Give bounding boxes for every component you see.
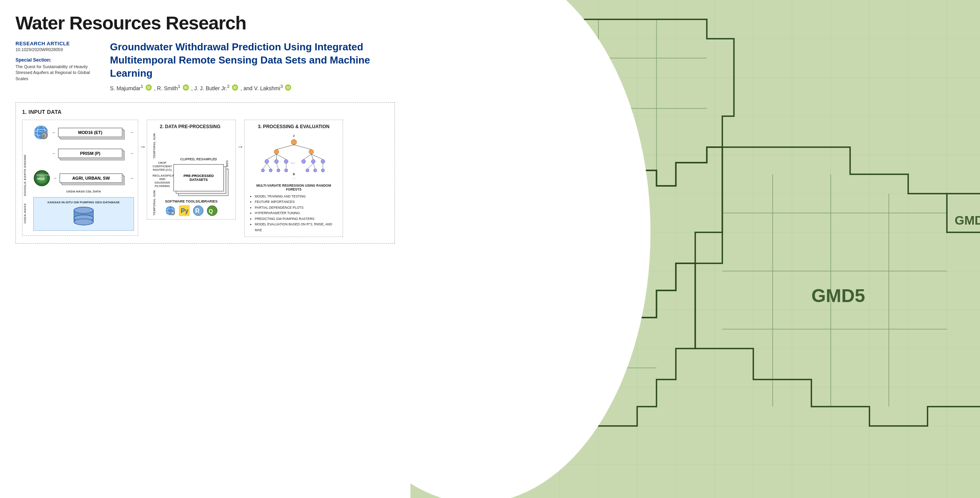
- mod16-stack: MOD16 (ET): [58, 128, 122, 137]
- svg-text:x: x: [293, 134, 295, 138]
- python-icon: Py: [179, 205, 190, 216]
- kansas-db-section: KANSAS IN-SITU GW PUMPING GEO-DATABASE: [33, 197, 134, 231]
- svg-point-23: [172, 212, 174, 214]
- svg-text:y: y: [293, 177, 295, 179]
- eval-item-2: FEATURE IMPORTANCES: [255, 199, 338, 204]
- svg-line-39: [267, 154, 276, 160]
- special-section-text: The Quest for Sustainability of Heavily …: [15, 64, 101, 82]
- svg-text:NASS: NASS: [37, 177, 45, 180]
- svg-point-18: [74, 219, 93, 225]
- section2-title: 2. DATA PRE-PROCESSING: [153, 124, 228, 129]
- section3-title: 3. PROCESSING & EVALUATION: [249, 124, 338, 129]
- rf-title-label: MULTI-VARIATE REGRESSION USING RANDOM FO…: [249, 184, 338, 191]
- svg-text:...: ...: [290, 158, 295, 165]
- svg-point-44: [321, 160, 325, 163]
- clipped-resampled-label: CLIPPED, RESAMPLED: [180, 157, 217, 161]
- svg-point-31: [291, 139, 297, 145]
- svg-point-50: [269, 169, 272, 172]
- svg-point-49: [261, 169, 264, 172]
- eval-item-3: PARTIAL DEPENDENCE PLOTS: [255, 205, 338, 210]
- section-1-input-data: GOOGLE EARTH ENGINE ⚙: [22, 120, 138, 236]
- article-meta: RESEARCH ARTICLE 10.1029/2020WR028059 Sp…: [15, 41, 101, 82]
- random-forest-diagram: x: [249, 132, 338, 180]
- usda-icon: NASS AGRICULTURE: [33, 170, 50, 187]
- qgis-icon: Q: [207, 205, 218, 216]
- author-text: S. Majumdar1: [110, 84, 143, 91]
- gmd5-label: GMD5: [812, 285, 865, 306]
- section-2-preprocessing: 2. DATA PRE-PROCESSING TEMPORAL SUM CROP…: [147, 120, 236, 220]
- doi: 10.1029/2020WR028059: [15, 47, 101, 52]
- r-icon: R: [193, 205, 204, 216]
- svg-point-42: [302, 160, 305, 163]
- agri-stack: AGRI, URBAN, SW: [60, 173, 122, 183]
- article-type: RESEARCH ARTICLE: [15, 41, 101, 46]
- svg-point-36: [265, 160, 269, 163]
- author-text-2: , R. Smith1: [154, 84, 180, 91]
- right-panel: GMD4 D1 GMD3 GMD5 GMD: [410, 0, 980, 498]
- prism-box: PRISM (P): [58, 149, 122, 158]
- google-earth-label: GOOGLE EARTH ENGINE: [23, 155, 27, 196]
- svg-point-51: [277, 169, 280, 172]
- software-section: SOFTWARE TOOLS/LIBRARIES: [147, 199, 235, 216]
- svg-line-57: [267, 163, 271, 169]
- svg-point-53: [306, 169, 309, 172]
- svg-point-16: [74, 207, 93, 213]
- header-section: RESEARCH ARTICLE 10.1029/2020WR028059 Sp…: [15, 41, 395, 91]
- gee-mod16-row: ⚙ → MOD16 (ET) →: [33, 125, 134, 140]
- svg-point-33: [309, 149, 314, 154]
- kansas-db-label: KANSAS IN-SITU GW PUMPING GEO-DATABASE: [37, 201, 130, 204]
- svg-point-38: [284, 160, 288, 163]
- svg-text:Q: Q: [209, 208, 213, 214]
- orcid-icon-4: iD: [285, 84, 291, 91]
- author-text-4: , and V. Lakshmi3: [240, 84, 283, 91]
- arrow-2-3: →: [237, 120, 244, 151]
- preproc-stack: PRE-PROCESSED DATASETS: [173, 164, 224, 191]
- eval-item-1: MODEL TRAINING AND TESTING: [255, 194, 338, 199]
- svg-point-52: [285, 169, 288, 172]
- reclass-label: RECLASSIFICATION AND GAUSSIAN FILTERING: [153, 174, 172, 188]
- preproc-box: PRE-PROCESSED DATASETS: [173, 164, 224, 191]
- gee-software-icon: [165, 205, 176, 216]
- usda-agri-row: NASS AGRICULTURE → AGRI, URBAN, SW →: [33, 170, 134, 187]
- software-title: SOFTWARE TOOLS/LIBRARIES: [147, 199, 235, 203]
- orcid-icon-2: iD: [183, 84, 189, 91]
- eval-item-4: HYPERPARAMETER TUNING: [255, 210, 338, 216]
- svg-line-61: [313, 163, 315, 169]
- author-text-3: , J. J. Butler Jr.2: [191, 84, 230, 91]
- svg-text:⚙: ⚙: [42, 134, 45, 138]
- diagram-section1-title: 1. INPUT DATA: [22, 109, 388, 115]
- google-earth-icon: ⚙: [33, 125, 49, 140]
- svg-line-45: [304, 154, 311, 160]
- journal-title: Water Resources Research: [15, 12, 395, 34]
- mod16-box: MOD16 (ET): [58, 128, 122, 137]
- svg-line-41: [276, 154, 286, 160]
- full-diagram: GOOGLE EARTH ENGINE ⚙: [22, 120, 388, 237]
- evaluation-list: MODEL TRAINING AND TESTING FEATURE IMPOR…: [249, 194, 338, 233]
- agri-box: AGRI, URBAN, SW: [60, 173, 122, 183]
- svg-text:+: +: [292, 172, 295, 177]
- cdl-label: USDA-NASS CDL DATA: [33, 190, 134, 193]
- paper-title-section: Groundwater Withdrawal Prediction Using …: [110, 41, 395, 91]
- svg-point-55: [321, 169, 324, 172]
- section-3-processing: 3. PROCESSING & EVALUATION x: [244, 120, 343, 237]
- svg-line-56: [263, 163, 267, 169]
- rf-tree-svg: x: [249, 132, 338, 179]
- svg-text:Py: Py: [181, 208, 189, 214]
- authors: S. Majumdar1 iD , R. Smith1 iD , J. J. B…: [110, 84, 395, 91]
- orcid-icon-3: iD: [232, 84, 238, 91]
- crop-coeff-label: CROP COEFFICIENT RASTER (CC): [153, 161, 172, 172]
- svg-line-35: [294, 145, 311, 149]
- usda-nass-label: USDA-NASS: [23, 203, 27, 223]
- svg-text:R: R: [195, 208, 200, 214]
- gmd-partial-label: GMD: [955, 213, 980, 227]
- eval-item-5: PREDICTING GW PUMPING RASTERS: [255, 216, 338, 222]
- eval-item-6: MODEL EVALUATION BASED ON R^2, RMSE, AND…: [255, 222, 338, 233]
- svg-line-34: [276, 145, 294, 149]
- svg-text:AGRICULTURE: AGRICULTURE: [36, 174, 50, 176]
- arrow-1-2: →: [139, 120, 146, 151]
- prism-stack: PRISM (P): [58, 149, 122, 158]
- diagram-area: 1. INPUT DATA GOOGLE EARTH ENGINE: [15, 102, 395, 244]
- svg-point-54: [314, 169, 317, 172]
- left-panel: Water Resources Research RESEARCH ARTICL…: [0, 0, 410, 498]
- orcid-icon-1: iD: [146, 84, 152, 91]
